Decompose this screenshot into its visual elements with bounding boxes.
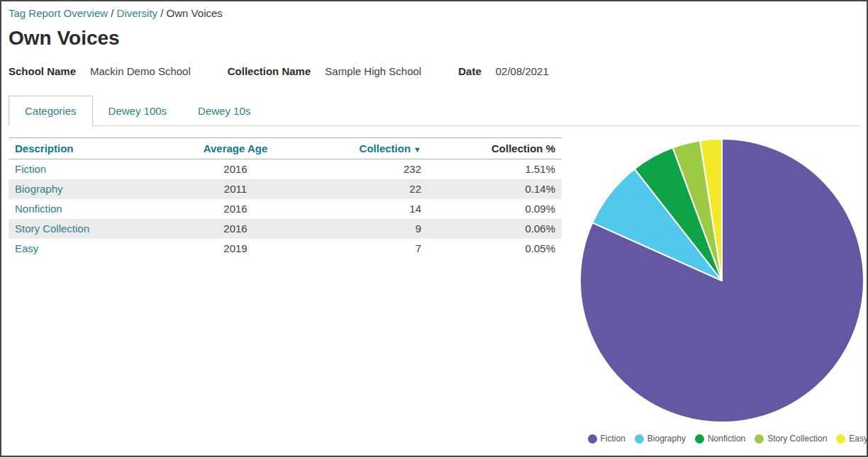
description-link[interactable]: Easy [9, 239, 168, 259]
average-age-cell: 2016 [168, 219, 303, 239]
average-age-cell: 2011 [168, 179, 303, 199]
table-header: DescriptionAverage AgeCollection▼Collect… [9, 138, 562, 159]
average-age-cell: 2016 [168, 199, 303, 219]
table-body: Fiction20162321.51%Biography2011220.14%N… [9, 159, 562, 259]
legend-label: Nonfiction [708, 434, 745, 444]
average-age-cell: 2019 [168, 239, 303, 259]
collection-cell: 7 [303, 239, 428, 259]
table-row-story-collection: Story Collection201690.06% [9, 219, 562, 239]
collection-pct-cell: 0.05% [428, 239, 562, 259]
collection-cell: 14 [303, 199, 428, 219]
breadcrumb-own-voices: Own Voices [167, 7, 223, 19]
description-link[interactable]: Nonfiction [9, 199, 168, 219]
school-name-group: School Name Mackin Demo School [9, 65, 191, 77]
table-row-biography: Biography2011220.14% [9, 179, 562, 199]
legend-color-dot [755, 434, 764, 444]
average-age-cell: 2016 [168, 159, 303, 180]
date-label: Date [458, 65, 482, 77]
breadcrumb-separator: / [108, 7, 117, 19]
categories-table: DescriptionAverage AgeCollection▼Collect… [9, 137, 562, 259]
description-link[interactable]: Biography [9, 179, 168, 199]
legend-label: Fiction [601, 434, 625, 444]
legend-item-nonfiction[interactable]: Nonfiction [695, 434, 745, 444]
table-row-easy: Easy201970.05% [9, 239, 562, 259]
legend-color-dot [836, 434, 845, 444]
description-link[interactable]: Story Collection [9, 219, 168, 239]
legend-item-easy[interactable]: Easy [836, 434, 868, 444]
collection-pct-cell: 0.14% [428, 179, 562, 199]
collection-pct-cell: 0.06% [428, 219, 562, 239]
legend-color-dot [695, 434, 704, 444]
collection-cell: 232 [303, 159, 428, 180]
breadcrumb-separator: / [157, 7, 167, 19]
sort-desc-icon: ▼ [413, 145, 421, 154]
column-header-collection[interactable]: Collection▼ [303, 138, 428, 159]
legend-item-fiction[interactable]: Fiction [588, 434, 625, 444]
table-row-nonfiction: Nonfiction2016140.09% [9, 199, 562, 219]
pie-chart [569, 135, 868, 425]
column-header-collection: Collection % [428, 138, 562, 159]
legend-item-story-collection[interactable]: Story Collection [755, 434, 827, 444]
date-value: 02/08/2021 [496, 65, 549, 77]
report-meta: School Name Mackin Demo School Collectio… [9, 65, 859, 77]
description-link[interactable]: Fiction [9, 159, 168, 180]
tab-categories[interactable]: Categories [9, 96, 93, 126]
breadcrumb-tag-report-overview[interactable]: Tag Report Overview [9, 7, 108, 19]
table-row-fiction: Fiction20162321.51% [9, 159, 562, 180]
collection-name-value: Sample High School [325, 65, 421, 77]
legend-color-dot [588, 434, 597, 444]
main-content: DescriptionAverage AgeCollection▼Collect… [9, 137, 859, 444]
collection-name-label: Collection Name [228, 65, 311, 77]
page-title: Own Voices [9, 27, 859, 50]
chart-legend: FictionBiographyNonfictionStory Collecti… [569, 434, 868, 444]
breadcrumb-diversity[interactable]: Diversity [117, 7, 158, 19]
legend-color-dot [635, 434, 644, 444]
collection-name-group: Collection Name Sample High School [228, 65, 421, 77]
legend-label: Biography [647, 434, 686, 444]
collection-pct-cell: 0.09% [428, 199, 562, 219]
school-name-value: Mackin Demo School [90, 65, 191, 77]
tab-dewey-10s[interactable]: Dewey 10s [182, 96, 266, 125]
legend-label: Story Collection [767, 434, 827, 444]
collection-cell: 9 [303, 219, 428, 239]
column-header-average-age[interactable]: Average Age [168, 138, 303, 159]
legend-item-biography[interactable]: Biography [635, 434, 686, 444]
collection-cell: 22 [303, 179, 428, 199]
report-page: Tag Report Overview / Diversity / Own Vo… [0, 0, 868, 457]
breadcrumb: Tag Report Overview / Diversity / Own Vo… [9, 7, 859, 20]
legend-label: Easy [849, 434, 868, 444]
collection-pct-cell: 1.51% [428, 159, 562, 180]
tab-bar: CategoriesDewey 100sDewey 10s [9, 96, 859, 126]
pie-chart-area: FictionBiographyNonfictionStory Collecti… [569, 135, 868, 444]
school-name-label: School Name [9, 65, 76, 77]
column-header-description[interactable]: Description [9, 138, 168, 159]
categories-table-wrap: DescriptionAverage AgeCollection▼Collect… [9, 137, 562, 444]
date-group: Date 02/08/2021 [458, 65, 549, 77]
tab-dewey-100s[interactable]: Dewey 100s [93, 96, 183, 125]
